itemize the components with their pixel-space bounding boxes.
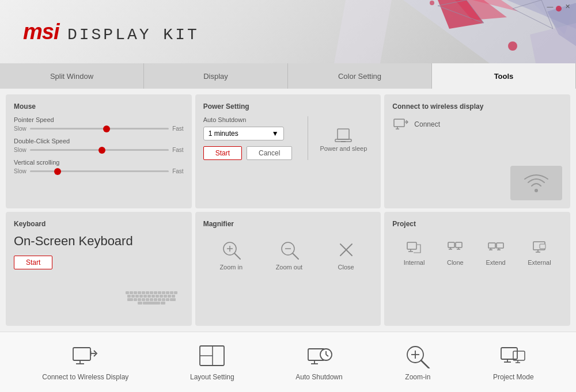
footer-auto-shutdown-icon [305, 343, 333, 368]
double-click-label: Double-Click Speed [14, 138, 184, 144]
vertical-fast-label: Fast [172, 168, 183, 174]
power-cancel-button[interactable]: Cancel [247, 146, 292, 160]
magnifier-close-label: Close [338, 264, 354, 271]
pointer-speed-slider-row: Slow Fast [14, 125, 184, 132]
zoom-out-item[interactable]: Zoom out [276, 239, 302, 271]
svg-rect-35 [407, 242, 416, 249]
magnifier-close-icon [336, 239, 357, 260]
vertical-slow-label: Slow [14, 168, 26, 174]
wireless-panel-title: Connect to wireless display [392, 102, 562, 111]
footer-auto-shutdown[interactable]: Auto Shutdown [295, 343, 342, 381]
project-panel-title: Project [392, 220, 562, 228]
wireless-preview [510, 166, 562, 200]
magnifier-close-item[interactable]: Close [336, 239, 357, 271]
vertical-scroll-thumb[interactable] [54, 168, 61, 175]
power-start-button[interactable]: Start [203, 146, 242, 160]
footer-project-mode[interactable]: Project Mode [493, 343, 534, 381]
close-button[interactable]: ✕ [559, 0, 576, 13]
pointer-slow-label: Slow [14, 125, 26, 132]
svg-rect-19 [338, 129, 349, 139]
magnifier-icons: Zoom in Zoom out Close [203, 234, 373, 271]
project-icons: Internal Clone [392, 234, 562, 266]
header: msi Display Kit [0, 0, 576, 63]
pointer-speed-track[interactable] [30, 128, 169, 130]
double-click-slider-row: Slow Fast [14, 147, 184, 153]
footer-layout-setting-label: Layout Setting [190, 373, 234, 381]
internal-label: Internal [404, 259, 425, 266]
main-content: Mouse Pointer Speed Slow Fast Double-Cli… [0, 89, 576, 332]
svg-rect-41 [456, 242, 462, 248]
shutdown-select-value: 1 minutes [209, 130, 238, 138]
double-click-slow-label: Slow [14, 147, 26, 153]
logo-msi: msi [23, 20, 59, 44]
pointer-fast-label: Fast [172, 125, 183, 132]
pointer-speed-thumb[interactable] [103, 125, 110, 132]
footer-zoom-in[interactable]: Zoom-in [404, 343, 431, 381]
dropdown-chevron-icon: ▼ [272, 130, 279, 138]
connect-area: Connect [392, 116, 562, 132]
svg-rect-54 [73, 348, 90, 360]
footer: Connect to Wireless Display Layout Setti… [0, 332, 576, 392]
svg-rect-44 [488, 243, 495, 248]
external-item[interactable]: External [528, 239, 551, 266]
connect-label: Connect [414, 120, 440, 128]
svg-point-14 [508, 41, 517, 51]
internal-item[interactable]: Internal [404, 239, 425, 266]
footer-zoom-in-icon [404, 343, 431, 368]
mouse-panel-title: Mouse [14, 102, 184, 111]
tab-display[interactable]: Display [144, 63, 288, 89]
magnifier-panel: Magnifier Zoom in Zoom out [195, 212, 381, 326]
clone-icon [447, 239, 463, 256]
zoom-out-icon [279, 239, 300, 260]
double-click-thumb[interactable] [98, 147, 105, 154]
keyboard-preview [117, 291, 186, 320]
svg-line-27 [234, 253, 240, 259]
zoom-out-label: Zoom out [276, 264, 302, 271]
power-btn-row: Start Cancel [203, 146, 302, 160]
title-bar: — ✕ [541, 0, 576, 13]
zoom-in-label: Zoom in [219, 264, 242, 271]
double-click-track[interactable] [30, 149, 169, 151]
wifi-preview-icon [519, 169, 554, 197]
svg-rect-21 [394, 119, 404, 127]
keyboard-start-button[interactable]: Start [14, 256, 52, 269]
auto-shutdown-label: Auto Shutdown [203, 116, 302, 123]
wireless-panel: Connect to wireless display Connect [384, 94, 570, 208]
pointer-speed-label: Pointer Speed [14, 116, 184, 123]
power-sleep-label: Power and sleep [320, 145, 367, 152]
tab-split-window[interactable]: Split Window [0, 63, 144, 89]
vertical-scroll-label: Vertical scrolling [14, 159, 184, 166]
shutdown-select[interactable]: 1 minutes ▼ [203, 127, 284, 140]
vertical-scroll-track[interactable] [30, 170, 169, 172]
nav-tabs: Split Window Display Color Setting Tools [0, 63, 576, 89]
on-screen-keyboard-label: On-Screen Keyboard [14, 234, 184, 249]
footer-auto-shutdown-label: Auto Shutdown [295, 373, 342, 381]
logo-display-kit: Display Kit [67, 26, 199, 44]
external-icon [531, 239, 547, 256]
svg-rect-72 [501, 348, 517, 359]
connect-icon-row: Connect [392, 116, 440, 132]
svg-line-69 [421, 360, 429, 368]
tab-color-setting[interactable]: Color Setting [288, 63, 432, 89]
clone-label: Clone [447, 259, 464, 266]
tab-tools[interactable]: Tools [432, 63, 576, 89]
clone-item[interactable]: Clone [447, 239, 464, 266]
magnifier-panel-title: Magnifier [203, 220, 373, 228]
zoom-in-icon [221, 239, 241, 260]
keyboard-panel-title: Keyboard [14, 220, 184, 228]
extend-item[interactable]: Extend [486, 239, 505, 266]
minimize-button[interactable]: — [541, 0, 559, 13]
wireless-connect-icon [392, 116, 408, 132]
zoom-in-item[interactable]: Zoom in [219, 239, 242, 271]
vertical-scroll-group: Vertical scrolling Slow Fast [14, 159, 184, 174]
double-click-fast-label: Fast [172, 147, 183, 153]
footer-connect-wireless-icon [71, 343, 99, 368]
pointer-speed-group: Pointer Speed Slow Fast [14, 116, 184, 132]
power-sleep-icon [333, 124, 354, 145]
footer-layout-setting[interactable]: Layout Setting [190, 343, 234, 381]
internal-icon [406, 239, 422, 256]
extend-icon [488, 239, 504, 256]
footer-connect-wireless[interactable]: Connect to Wireless Display [42, 343, 128, 381]
footer-project-mode-label: Project Mode [493, 373, 534, 381]
footer-project-mode-icon [499, 343, 527, 368]
